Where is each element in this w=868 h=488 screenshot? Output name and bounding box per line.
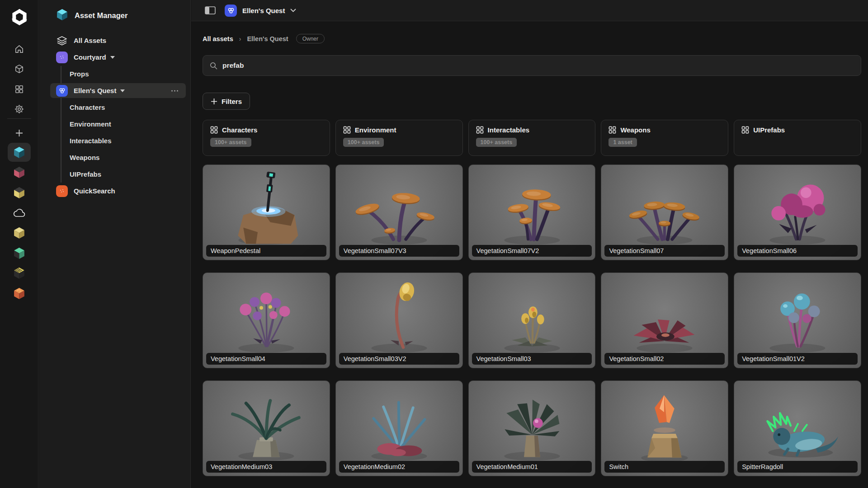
asset-card-vegetationsmall01v2[interactable]: VegetationSmall01V2: [734, 272, 861, 368]
asset-manager-app: Asset Manager All AssetsCourtyardPropsEl…: [0, 0, 868, 488]
project-amber-cube[interactable]: [8, 183, 31, 202]
home-icon[interactable]: [0, 40, 38, 58]
topbar: Ellen's Quest: [191, 0, 868, 21]
project-switcher[interactable]: Ellen's Quest: [225, 5, 296, 17]
asset-manager-cube[interactable]: [8, 143, 31, 162]
ellen-s-quest-project-icon: [56, 85, 68, 97]
sidebar-item-uiprefabs[interactable]: UIPrefabs: [39, 166, 191, 183]
filters-button[interactable]: Filters: [203, 93, 250, 110]
asset-card-spitterragdoll[interactable]: + SpitterRagdoll: [734, 380, 861, 476]
asset-name-label: VegetationSmall02: [604, 353, 725, 365]
asset-card-vegetationsmall03[interactable]: VegetationSmall03: [468, 272, 596, 368]
category-card-uiprefabs[interactable]: UIPrefabs: [734, 120, 861, 156]
sidebar-item-label: UIPrefabs: [70, 170, 101, 178]
project-rose-cube[interactable]: [8, 163, 31, 182]
asset-name-label: VegetationSmall07: [604, 245, 725, 257]
box-icon[interactable]: [0, 60, 38, 78]
breadcrumb-all-assets[interactable]: All assets: [203, 35, 233, 42]
rail-divider: [7, 118, 31, 119]
asset-card-switch[interactable]: + Switch: [601, 380, 728, 476]
sidebar-item-courtyard[interactable]: Courtyard: [39, 49, 191, 66]
add-project-button[interactable]: [0, 124, 38, 142]
category-label: Environment: [355, 126, 396, 134]
quicksearch-project-icon: [56, 185, 68, 197]
category-count-badge: 100+ assets: [210, 138, 251, 147]
asset-name-label: SpitterRagdoll: [737, 461, 858, 473]
category-grid-icon: [609, 126, 616, 134]
search-bar: [203, 55, 861, 76]
asset-name-label: VegetationMedium03: [206, 461, 326, 473]
asset-name-label: Switch: [604, 461, 725, 473]
breadcrumb-current: Ellen's Quest: [247, 35, 288, 42]
unity-logo-icon[interactable]: [0, 7, 38, 27]
asset-card-vegetationsmall07v3[interactable]: VegetationSmall07V3: [335, 164, 463, 260]
sidebar-item-label: Characters: [70, 103, 105, 111]
caret-down-icon: [110, 56, 115, 59]
sidebar-item-label: Ellen's Quest: [74, 87, 116, 94]
category-card-weapons[interactable]: Weapons1 asset: [601, 120, 728, 156]
asset-card-vegetationmedium02[interactable]: VegetationMedium02: [335, 380, 463, 476]
sidebar-header: Asset Manager: [56, 8, 127, 23]
category-grid-icon: [210, 126, 218, 134]
asset-name-label: WeaponPedestal: [206, 245, 326, 257]
plus-icon: [211, 98, 217, 105]
asset-card-vegetationmedium03[interactable]: VegetationMedium03: [203, 380, 330, 476]
sidebar-item-label: Props: [70, 70, 89, 78]
sidebar-item-label: Interactables: [70, 137, 112, 145]
asset-card-vegetationsmall07v2[interactable]: VegetationSmall07V2: [468, 164, 596, 260]
asset-name-label: VegetationSmall06: [737, 245, 858, 257]
project-cream-cube[interactable]: [8, 223, 31, 242]
chevron-down-icon: [290, 9, 296, 12]
breadcrumb-separator: ›: [239, 35, 241, 42]
settings-gear-icon[interactable]: [0, 100, 38, 118]
category-label: UIPrefabs: [753, 126, 785, 134]
category-card-interactables[interactable]: Interactables100+ assets: [468, 120, 596, 156]
sidebar-nav: All AssetsCourtyardPropsEllen's QuestCha…: [39, 32, 191, 199]
item-menu-button[interactable]: [170, 88, 180, 93]
grid-icon[interactable]: [0, 80, 38, 98]
asset-card-vegetationsmall04[interactable]: VegetationSmall04: [203, 272, 330, 368]
search-input[interactable]: [222, 61, 854, 70]
project-striped-cube[interactable]: [8, 264, 31, 283]
asset-name-label: VegetationMedium01: [472, 461, 592, 473]
sidebar-item-interactables[interactable]: Interactables: [39, 132, 191, 149]
asset-card-vegetationmedium01[interactable]: VegetationMedium01: [468, 380, 596, 476]
sidebar-item-props[interactable]: Props: [39, 66, 191, 82]
project-name: Ellen's Quest: [242, 7, 285, 14]
category-card-characters[interactable]: Characters100+ assets: [203, 120, 330, 156]
sidebar-item-label: Environment: [70, 120, 111, 128]
filters-label: Filters: [222, 98, 242, 105]
category-grid-icon: [343, 126, 351, 134]
sidebar-item-quicksearch[interactable]: QuickSearch: [39, 183, 191, 199]
category-label: Interactables: [488, 126, 530, 134]
sidebar-item-label: QuickSearch: [74, 187, 115, 195]
layers-icon: [56, 35, 68, 47]
courtyard-project-icon: [56, 52, 68, 63]
asset-card-vegetationsmall02[interactable]: VegetationSmall02: [601, 272, 728, 368]
breadcrumb: All assets › Ellen's Quest Owner: [203, 34, 325, 43]
sidebar-item-weapons[interactable]: Weapons: [39, 149, 191, 166]
sidebar-item-characters[interactable]: Characters: [39, 99, 191, 116]
main-area: Ellen's Quest All assets › Ellen's Quest…: [191, 0, 868, 488]
sidebar: Asset Manager All AssetsCourtyardPropsEl…: [39, 0, 191, 488]
asset-card-weaponpedestal[interactable]: WeaponPedestal: [203, 164, 330, 260]
asset-card-vegetationsmall06[interactable]: VegetationSmall06: [734, 164, 861, 260]
owner-badge: Owner: [296, 34, 325, 43]
sidebar-item-environment[interactable]: Environment: [39, 116, 191, 132]
project-ember-cube[interactable]: [8, 284, 31, 303]
category-count-badge: 1 asset: [609, 138, 637, 147]
asset-name-label: VegetationSmall07V2: [472, 245, 592, 257]
asset-name-label: VegetationSmall03V2: [339, 353, 459, 365]
sidebar-item-ellen-s-quest[interactable]: Ellen's Quest: [39, 82, 191, 99]
category-count-badge: 100+ assets: [476, 138, 517, 147]
asset-name-label: VegetationSmall03: [472, 353, 592, 365]
app-rail: [0, 0, 38, 488]
category-label: Weapons: [620, 126, 650, 134]
project-mint-cube[interactable]: [8, 244, 31, 263]
asset-card-vegetationsmall03v2[interactable]: VegetationSmall03V2: [335, 272, 463, 368]
asset-card-vegetationsmall07[interactable]: VegetationSmall07: [601, 164, 728, 260]
cloud-icon[interactable]: [8, 203, 31, 222]
sidebar-item-all-assets[interactable]: All Assets: [39, 32, 191, 49]
category-card-environment[interactable]: Environment100+ assets: [335, 120, 463, 156]
toggle-sidebar-icon[interactable]: [205, 6, 216, 14]
